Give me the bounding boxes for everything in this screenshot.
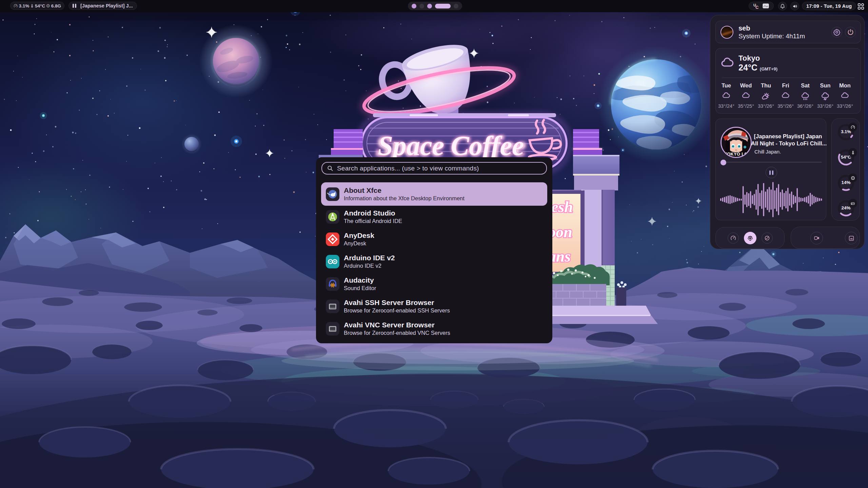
svg-text:esh: esh <box>551 198 573 216</box>
svg-text:Space Coffee: Space Coffee <box>378 131 524 161</box>
